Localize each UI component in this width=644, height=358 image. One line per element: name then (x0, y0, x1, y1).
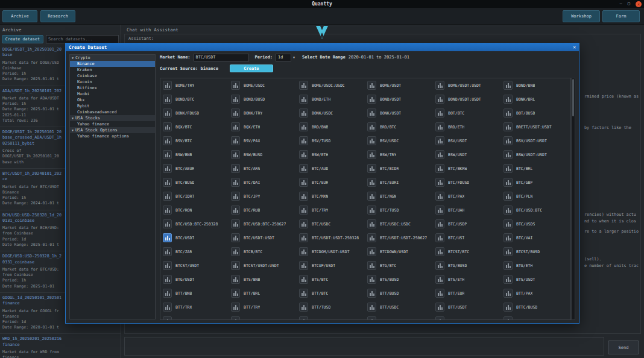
market-btc-usd-btc[interactable]: BTC/USD:BTC (501, 203, 569, 217)
candlestick-chart-icon[interactable] (231, 289, 240, 298)
candlestick-chart-icon[interactable] (504, 164, 513, 173)
scrollbar-thumb[interactable] (572, 79, 574, 116)
candlestick-chart-icon[interactable] (504, 289, 513, 298)
market-btc-ars[interactable]: BTC/ARS (229, 162, 297, 175)
market-bome-usdt-usdt[interactable]: BOME/USDT:USDT (433, 78, 501, 92)
market-btcdom-usdt-usdt[interactable]: BTCDOM/USDT:USDT (297, 245, 365, 259)
send-button[interactable]: Send (608, 341, 639, 354)
market-btc-tusd[interactable]: BTC/TUSD (365, 203, 433, 217)
candlestick-chart-icon[interactable] (231, 178, 240, 187)
candlestick-chart-icon[interactable] (231, 150, 240, 159)
candlestick-chart-icon[interactable] (435, 95, 444, 104)
market-btc-bkrw[interactable]: BTC/BKRW (433, 162, 501, 175)
market-btg-btc[interactable]: BTG/BTC (365, 259, 433, 272)
market-bull-busd[interactable]: BULL/BUSD (365, 314, 433, 320)
tree-item-coinbase[interactable]: Coinbase (70, 73, 155, 79)
market-bond-bnb[interactable]: BOND/BNB (501, 78, 569, 92)
market-btt-eur[interactable]: BTT/EUR (433, 286, 501, 300)
market-btc-euri[interactable]: BTC/EURI (365, 175, 433, 189)
candlestick-chart-icon[interactable] (163, 164, 172, 173)
dataset-list-item[interactable]: WRD_1h_20250201_20250216 financeMarket d… (0, 334, 121, 358)
candlestick-chart-icon[interactable] (435, 219, 444, 228)
market-bond-busd[interactable]: BOND/BUSD (229, 92, 297, 106)
candlestick-chart-icon[interactable] (504, 275, 513, 284)
candlestick-chart-icon[interactable] (163, 233, 172, 242)
tree-item-okx[interactable]: Okx (70, 97, 155, 103)
candlestick-chart-icon[interactable] (504, 192, 513, 201)
candlestick-chart-icon[interactable] (504, 247, 513, 256)
tree-category-usa-stock-options[interactable]: ▼USA Stock Options (70, 127, 155, 133)
market-btt-tusd[interactable]: BTT/TUSD (297, 300, 365, 314)
market-btcst-btc[interactable]: BTCST/BTC (433, 245, 501, 259)
market-bome-try[interactable]: BOME/TRY (160, 78, 229, 92)
candlestick-chart-icon[interactable] (231, 122, 240, 131)
candlestick-chart-icon[interactable] (231, 95, 240, 104)
market-bot-btc[interactable]: BOT/BTC (433, 106, 501, 120)
market-btcup-usdt[interactable]: BTCUP/USDT (297, 259, 365, 272)
candlestick-chart-icon[interactable] (367, 303, 376, 312)
candlestick-chart-icon[interactable] (504, 219, 513, 228)
market-bome-usdc[interactable]: BOME/USDC (229, 78, 297, 92)
market-bsv-usdt-usdt[interactable]: BSV/USDT:USDT (501, 134, 569, 148)
market-bttc-usdt[interactable]: BTTC/USDT (297, 314, 365, 320)
candlestick-chart-icon[interactable] (367, 136, 376, 145)
candlestick-chart-icon[interactable] (231, 164, 240, 173)
market-bonk-fdusd[interactable]: BONK/FDUSD (160, 106, 229, 120)
candlestick-chart-icon[interactable] (231, 136, 240, 145)
candlestick-chart-icon[interactable] (435, 81, 444, 90)
market-bond-usdt-usdt[interactable]: BOND/USDT:USDT (433, 92, 501, 106)
maximize-button[interactable]: ▢ (628, 1, 630, 7)
candlestick-chart-icon[interactable] (504, 316, 513, 320)
candlestick-chart-icon[interactable] (299, 164, 308, 173)
tree-item-kraken[interactable]: Kraken (70, 67, 155, 73)
tree-category-crypto[interactable]: ▼Crypto (70, 55, 155, 61)
market-bome-usdt[interactable]: BOME/USDT (365, 78, 433, 92)
select-date-range-button[interactable]: Select Date Range (302, 55, 346, 60)
market-bsw-eth[interactable]: BSW/ETH (297, 148, 365, 162)
candlestick-chart-icon[interactable] (435, 178, 444, 187)
candlestick-chart-icon[interactable] (231, 206, 240, 215)
candlestick-chart-icon[interactable] (299, 81, 308, 90)
minimize-button[interactable]: – (620, 1, 622, 7)
candlestick-chart-icon[interactable] (231, 108, 240, 118)
candlestick-chart-icon[interactable] (504, 136, 513, 145)
candlestick-chart-icon[interactable] (435, 233, 444, 242)
market-btc-ngn[interactable]: BTC/NGN (365, 189, 433, 203)
market-bqx-btc[interactable]: BQX/BTC (160, 120, 229, 134)
market-btt-bnb[interactable]: BTT/BNB (160, 286, 229, 300)
market-burger-bnb[interactable]: BURGER/BNB (501, 314, 569, 320)
candlestick-chart-icon[interactable] (504, 178, 513, 187)
tree-item-coinbaseadvanced[interactable]: Coinbaseadvanced (70, 109, 155, 115)
candlestick-chart-icon[interactable] (367, 178, 376, 187)
market-btc-eur[interactable]: BTC/EUR (297, 175, 365, 189)
market-bsw-usdt[interactable]: BSW/USDT (433, 148, 501, 162)
candlestick-chart-icon[interactable] (163, 150, 172, 159)
candlestick-chart-icon[interactable] (299, 233, 308, 242)
market-btt-usdt[interactable]: BTT/USDT (433, 300, 501, 314)
market-bsw-bnb[interactable]: BSW/BNB (160, 148, 229, 162)
market-btc-usds[interactable]: BTC/USDS (501, 217, 569, 231)
market-btt-busd[interactable]: BTT/BUSD (365, 286, 433, 300)
market-bts-busd[interactable]: BTS/BUSD (365, 272, 433, 286)
candlestick-chart-icon[interactable] (435, 303, 444, 312)
modal-scrollbar[interactable] (571, 78, 575, 320)
market-btt-usdc[interactable]: BTT/USDC (365, 300, 433, 314)
market-btt-brl[interactable]: BTT/BRL (229, 286, 297, 300)
market-btc-bidr[interactable]: BTC/BIDR (365, 162, 433, 175)
candlestick-chart-icon[interactable] (504, 95, 513, 104)
tree-item-yahoo-finance[interactable]: Yahoo finance (70, 121, 155, 127)
candlestick-chart-icon[interactable] (367, 219, 376, 228)
candlestick-chart-icon[interactable] (504, 206, 513, 215)
candlestick-chart-icon[interactable] (504, 261, 513, 270)
candlestick-chart-icon[interactable] (435, 108, 444, 118)
tree-item-bybit[interactable]: Bybit (70, 103, 155, 109)
candlestick-chart-icon[interactable] (504, 233, 513, 242)
candlestick-chart-icon[interactable] (163, 316, 172, 320)
candlestick-chart-icon[interactable] (367, 247, 376, 256)
market-btc-usdc[interactable]: BTC/USDC (297, 217, 365, 231)
market-bond-eth[interactable]: BOND/ETH (297, 92, 365, 106)
market-brd-eth[interactable]: BRD/ETH (433, 120, 501, 134)
close-button[interactable]: ✕ (636, 1, 642, 7)
tree-item-kucoin[interactable]: Kucoin (70, 79, 155, 85)
candlestick-chart-icon[interactable] (163, 303, 172, 312)
